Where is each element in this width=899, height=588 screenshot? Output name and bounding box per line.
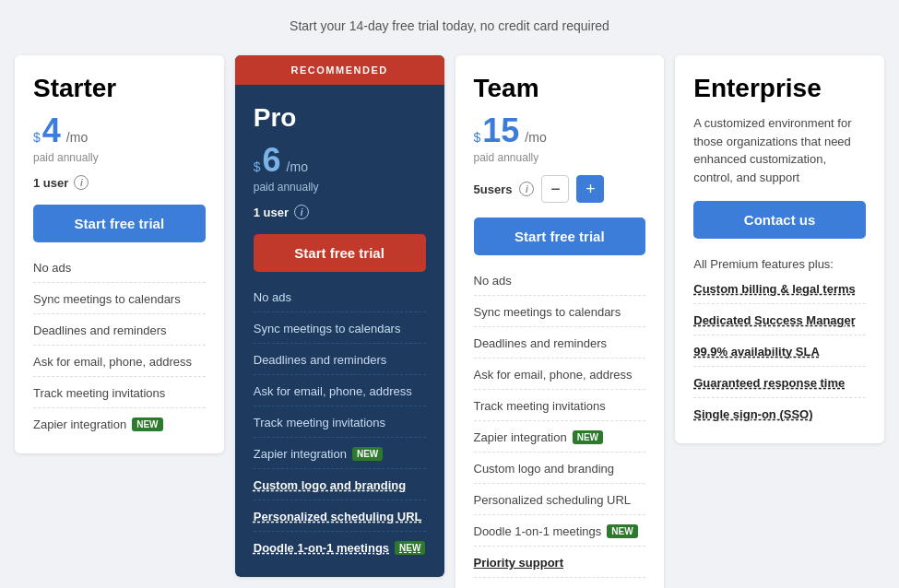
starter-info-icon[interactable]: i [74, 175, 89, 190]
list-item: No ads [474, 274, 646, 296]
pro-info-icon[interactable]: i [294, 205, 309, 219]
pro-price-period: /mo [287, 159, 308, 174]
starter-price-dollar: $ [33, 130, 41, 145]
team-user-label: 5users [474, 182, 513, 196]
list-item: Ask for email, phone, address [254, 384, 426, 406]
pro-cta-button[interactable]: Start free trial [254, 234, 426, 272]
list-item: Doodle 1-on-1 meetings New [254, 541, 426, 555]
plans-container: Starter $ 4 /mo paid annually 1 user i S… [15, 55, 884, 588]
new-badge: New [395, 541, 425, 555]
pro-plan: RECOMMENDED Pro $ 6 /mo paid annually 1 … [235, 55, 444, 577]
team-price-row: $ 15 /mo [474, 114, 646, 147]
list-item: Sync meetings to calendars [254, 322, 426, 344]
pro-user-row: 1 user i [254, 205, 426, 219]
list-item: Personalized scheduling URL [254, 510, 426, 532]
enterprise-plan: Enterprise A customized environment for … [675, 55, 884, 443]
list-item: Custom logo and branding [254, 478, 426, 500]
enterprise-features-list: Custom billing & legal terms Dedicated S… [693, 282, 866, 421]
starter-price-row: $ 4 /mo [33, 114, 206, 147]
enterprise-cta-button[interactable]: Contact us [693, 201, 866, 239]
new-badge: New [573, 430, 603, 444]
team-price-period: /mo [525, 130, 546, 145]
increase-users-button[interactable]: + [576, 175, 604, 203]
list-item: Track meeting invitations [33, 386, 206, 408]
decrease-users-button[interactable]: − [541, 175, 569, 203]
list-item: Ask for email, phone, address [33, 355, 206, 377]
list-item: Deadlines and reminders [254, 353, 426, 375]
team-price-dollar: $ [474, 130, 481, 145]
pro-price-row: $ 6 /mo [254, 144, 426, 177]
list-item: Single sign-on (SSO) [693, 407, 866, 421]
pro-price-amount: 6 [263, 144, 281, 177]
list-item: Personalized scheduling URL [474, 493, 646, 515]
enterprise-plan-name: Enterprise [693, 74, 866, 103]
list-item: Sync meetings to calendars [474, 305, 646, 327]
pro-price-dollar: $ [254, 159, 261, 174]
starter-user-row: 1 user i [33, 175, 206, 190]
starter-paid-annually: paid annually [33, 151, 206, 164]
list-item: Deadlines and reminders [33, 323, 206, 346]
list-item: Ask for email, phone, address [474, 368, 646, 390]
starter-user-label: 1 user [33, 176, 68, 190]
list-item: No ads [254, 290, 426, 312]
list-item: Custom billing & legal terms [693, 282, 866, 304]
list-item: Zapier integration New [254, 447, 426, 469]
starter-price-period: /mo [66, 130, 88, 145]
list-item: Sync meetings to calendars [33, 292, 206, 314]
team-paid-annually: paid annually [474, 151, 646, 164]
list-item: Track meeting invitations [474, 399, 646, 421]
list-item: Zapier integration New [33, 417, 206, 431]
team-cta-button[interactable]: Start free trial [474, 218, 646, 255]
list-item: Dedicated Success Manager [693, 313, 866, 335]
starter-plan: Starter $ 4 /mo paid annually 1 user i S… [15, 55, 224, 453]
page-subtitle: Start your 14-day free trial today, no c… [290, 18, 609, 33]
pro-features-list: No ads Sync meetings to calendars Deadli… [254, 290, 426, 555]
recommended-badge: RECOMMENDED [235, 55, 444, 85]
list-item: Deadlines and reminders [474, 336, 646, 359]
new-badge: New [352, 447, 383, 461]
team-plan-name: Team [474, 74, 646, 103]
starter-price-amount: 4 [42, 114, 61, 147]
starter-features-list: No ads Sync meetings to calendars Deadli… [33, 261, 206, 431]
list-item: No ads [33, 261, 206, 283]
all-premium-label: All Premium features plus: [693, 257, 866, 271]
new-badge: New [132, 417, 162, 431]
new-badge: New [607, 524, 637, 538]
starter-cta-button[interactable]: Start free trial [33, 205, 206, 242]
enterprise-description: A customized environment for those organ… [693, 114, 866, 186]
list-item: Custom logo and branding [474, 462, 646, 484]
team-info-icon[interactable]: i [519, 182, 534, 196]
starter-plan-name: Starter [33, 74, 206, 103]
list-item: Guaranteed response time [693, 376, 866, 398]
pro-plan-body: Pro $ 6 /mo paid annually 1 user i Start… [235, 85, 444, 577]
team-plan-body: Team $ 15 /mo paid annually 5users i − +… [455, 55, 665, 588]
pro-paid-annually: paid annually [254, 181, 426, 194]
list-item: Doodle 1-on-1 meetings New [474, 524, 646, 547]
team-user-controls: 5users i − + [474, 175, 646, 203]
list-item: Track meeting invitations [254, 416, 426, 438]
team-features-list: No ads Sync meetings to calendars Deadli… [474, 274, 646, 588]
enterprise-plan-body: Enterprise A customized environment for … [675, 55, 884, 443]
pro-plan-name: Pro [254, 103, 426, 133]
starter-plan-body: Starter $ 4 /mo paid annually 1 user i S… [15, 55, 224, 453]
list-item: 99.9% availability SLA [693, 345, 866, 367]
list-item: Priority support [474, 556, 646, 578]
team-price-amount: 15 [482, 114, 519, 147]
list-item: Zapier integration New [474, 430, 646, 453]
team-plan: Team $ 15 /mo paid annually 5users i − +… [455, 55, 665, 588]
pro-user-label: 1 user [254, 206, 289, 219]
